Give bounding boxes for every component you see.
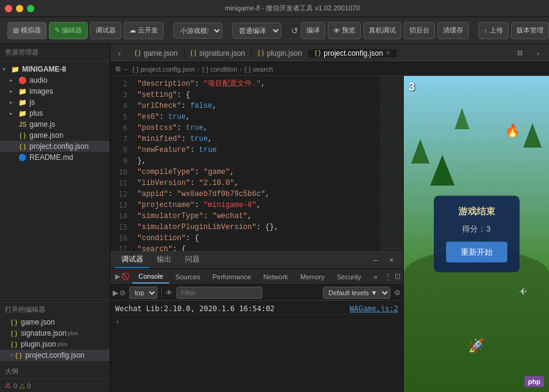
code-editor: 23456 7891011 1213141516 1718 1920212223… xyxy=(110,76,403,392)
editor-button[interactable]: ✎ 编辑器 xyxy=(49,22,88,39)
panel-tab-problems[interactable]: 问题 xyxy=(179,252,206,268)
folder-icon: 🔴 xyxy=(18,76,27,85)
code-line: "projectname": "minigame-8", xyxy=(137,200,375,211)
tab-gamejson[interactable]: { } game.json xyxy=(129,49,184,58)
dt-memory[interactable]: Memory xyxy=(294,271,331,283)
tab-signature[interactable]: { } signature.json xyxy=(184,49,252,58)
restart-button[interactable]: 重新开始 xyxy=(446,242,507,263)
bc-arrows[interactable]: ⊞ xyxy=(115,65,121,73)
folder-icon: 📁 xyxy=(11,65,20,74)
upload-button[interactable]: ↑ 上传 xyxy=(479,22,509,39)
code-line: "postcss": true, xyxy=(137,123,375,134)
devtools-clear-icon[interactable]: 🚫 xyxy=(121,273,130,281)
console-link[interactable]: WAGame.js:2 xyxy=(350,304,398,313)
tab-projectconfig[interactable]: { } project.config.json × xyxy=(309,49,396,58)
cloud-button[interactable]: ☁ 云开发 xyxy=(124,22,164,39)
panel-minimize-icon[interactable]: – xyxy=(369,254,382,267)
panel-tab-output[interactable]: 输出 xyxy=(151,252,178,268)
panel-close-icon[interactable]: × xyxy=(385,254,398,267)
preview-label: 预览 xyxy=(342,26,355,35)
code-line: "setting": { xyxy=(137,89,375,100)
bc-part2[interactable]: { } condition xyxy=(202,66,238,73)
dt-sources[interactable]: Sources xyxy=(169,271,206,283)
console-run-icon[interactable]: ▶ xyxy=(113,288,118,297)
devtools-undock-icon[interactable]: ⊡ xyxy=(395,272,401,282)
filter-input[interactable] xyxy=(176,287,262,299)
context-select[interactable]: top xyxy=(129,287,157,299)
tabs-list: { } game.json { } signature.json { } plu… xyxy=(129,49,509,58)
file-tree: ▾ 📁 MINIGAME-8 ▸ 🔴 audio ▸ 📁 images ▸ 📁 … xyxy=(0,61,110,299)
sidebar-item-audio[interactable]: ▸ 🔴 audio xyxy=(0,75,110,86)
sidebar-item-gamejson[interactable]: { } game.json xyxy=(0,130,110,141)
real-debug-button[interactable]: 真机调试 xyxy=(363,22,401,39)
close-button[interactable] xyxy=(5,5,12,12)
open-editor-plugin[interactable]: { } plugin.json plus xyxy=(0,339,110,350)
levels-select[interactable]: Default levels ▼ xyxy=(323,287,390,299)
eye-icon[interactable]: 👁 xyxy=(165,288,173,297)
bc-part1[interactable]: { } project.config.json xyxy=(132,66,195,73)
more-tabs-icon[interactable]: › xyxy=(529,45,547,62)
console-clear-icon[interactable]: ⊘ xyxy=(119,288,126,297)
code-line: "description": "项目配置文件.", xyxy=(137,78,375,89)
clear-label: 清缓存 xyxy=(443,26,463,35)
tab-projectconfig-label: project.config.json xyxy=(324,49,383,58)
open-editor-projectconfig[interactable]: × { } project.config.json xyxy=(0,350,110,361)
tab-close-icon[interactable]: × xyxy=(386,50,390,56)
panel-controls: – × xyxy=(369,254,398,267)
dt-more[interactable]: » xyxy=(368,271,384,283)
settings-icon[interactable]: ⚙ xyxy=(394,288,401,297)
clear-button[interactable]: 清缓存 xyxy=(437,22,469,39)
open-editor-gamejson[interactable]: { } game.json xyxy=(0,317,110,328)
panel-tab-debugger[interactable]: 调试器 xyxy=(115,252,150,268)
simulator-button[interactable]: ⊞ 模拟器 xyxy=(7,22,47,39)
maximize-button[interactable] xyxy=(27,5,34,12)
project-root[interactable]: ▾ 📁 MINIGAME-8 xyxy=(0,64,110,75)
window-title: minigame-8 - 微信开发者工具 v1.02.2001070 xyxy=(40,4,544,13)
version-button[interactable]: 版本管理 xyxy=(511,22,549,39)
sidebar-item-images[interactable]: ▸ 📁 images xyxy=(0,86,110,97)
debugger-button[interactable]: 调试器 xyxy=(90,22,121,39)
cut-button[interactable]: 切后台 xyxy=(404,22,435,39)
tab-plugin[interactable]: { } plugin.json xyxy=(252,49,309,58)
dt-security[interactable]: Security xyxy=(331,271,368,283)
game-mode-select[interactable]: 小游戏模式 xyxy=(173,23,222,39)
tab-gamejson-label: game.json xyxy=(143,49,177,58)
sidebar-item-plus[interactable]: ▸ 📁 plus xyxy=(0,108,110,119)
devtools-tabs: ▶ 🚫 Console Sources Performance Network … xyxy=(110,269,403,285)
code-line: }, xyxy=(137,156,375,167)
dt-console[interactable]: Console xyxy=(132,270,169,284)
audio-label: audio xyxy=(29,76,47,85)
folder-icon: 📁 xyxy=(18,98,27,107)
sidebar-item-js[interactable]: ▸ 📁 js xyxy=(0,97,110,108)
dt-network[interactable]: Network xyxy=(257,271,294,283)
json-tab-icon3: { } xyxy=(258,50,263,56)
editor-preview-row: 23456 7891011 1213141516 1718 1920212223… xyxy=(110,76,549,392)
sidebar: 资源管理器 ▾ 📁 MINIGAME-8 ▸ 🔴 audio ▸ 📁 image… xyxy=(0,44,110,392)
split-editor-icon[interactable]: ⊟ xyxy=(511,45,528,62)
sidebar-item-readme[interactable]: 🔵 README.md xyxy=(0,152,110,163)
sidebar-item-projectconfig[interactable]: { } project.config.json xyxy=(0,141,110,152)
warning-count: 0 xyxy=(27,382,31,390)
dt-performance[interactable]: Performance xyxy=(206,271,257,283)
json-icon: { } xyxy=(10,329,18,337)
bc-part3[interactable]: { } search xyxy=(244,66,273,73)
devtools-run-icon[interactable]: ▶ xyxy=(115,273,120,281)
preview-button[interactable]: 👁 预览 xyxy=(328,22,361,39)
json-tab-icon2: { } xyxy=(191,50,196,56)
devtools-settings-icon[interactable]: ⋮ xyxy=(384,272,392,282)
minimize-button[interactable] xyxy=(16,5,23,12)
compile-mode-select[interactable]: 普通编译 xyxy=(232,23,281,39)
compile-button[interactable]: 编译 xyxy=(301,22,325,39)
code-content[interactable]: "description": "项目配置文件.", "setting": { "… xyxy=(132,76,380,251)
close-icon[interactable]: × xyxy=(10,352,13,358)
json-tab-icon: { } xyxy=(135,50,140,56)
sidebar-item-gamejs[interactable]: JS game.js xyxy=(0,119,110,130)
refresh-icon[interactable]: ↺ xyxy=(291,22,298,39)
open-editor-signature[interactable]: { } signature.json plus xyxy=(0,328,110,339)
plus-label: plus xyxy=(29,109,43,118)
bc-back[interactable]: ← xyxy=(123,66,130,73)
console-log-text: Wechat Lib:2.10.0, 2020.1.6 16:54:02 xyxy=(115,304,274,313)
breadcrumb: ⊞ ← { } project.config.json › { } condit… xyxy=(110,62,549,76)
prompt-icon: › xyxy=(115,317,119,326)
tab-arrows[interactable]: ‹ xyxy=(110,48,129,58)
